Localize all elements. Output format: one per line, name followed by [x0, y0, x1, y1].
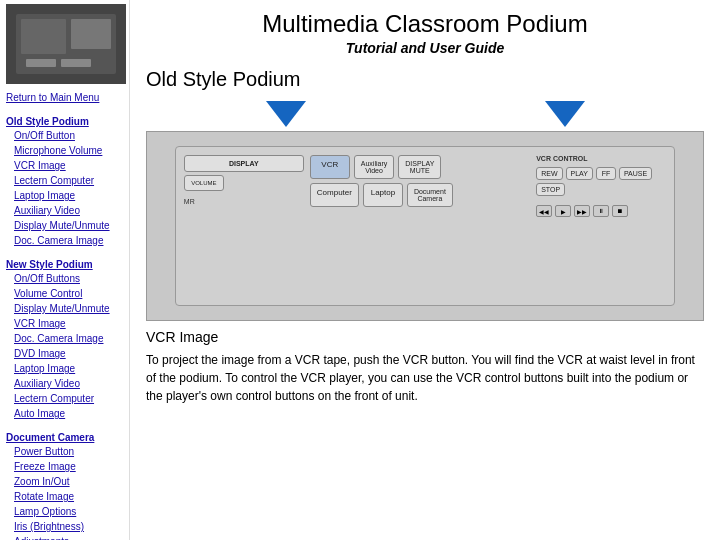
- sidebar-item-auxiliary-video[interactable]: Auxiliary Video: [14, 203, 125, 218]
- sidebar-item-doc-camera[interactable]: Doc. Camera Image: [14, 233, 125, 248]
- sidebar-doc-freeze[interactable]: Freeze Image: [14, 459, 125, 474]
- volume-label: MR: [184, 198, 304, 205]
- sidebar-new-dvd[interactable]: DVD Image: [14, 346, 125, 361]
- panel-center: VCR AuxiliaryVideo DISPLAYMUTE Computer …: [310, 155, 530, 297]
- volume-btn[interactable]: VOLUME: [184, 175, 224, 191]
- display-mute-button[interactable]: DISPLAYMUTE: [398, 155, 441, 179]
- vcr-stop-ctrl[interactable]: ⏹: [612, 205, 628, 217]
- sidebar-item-display-mute[interactable]: Display Mute/Unmute: [14, 218, 125, 233]
- sidebar-top-image: [6, 4, 126, 84]
- computer-button[interactable]: Computer: [310, 183, 359, 207]
- ff-btn[interactable]: FF: [596, 167, 616, 180]
- sidebar-doc-lamp[interactable]: Lamp Options: [14, 504, 125, 519]
- sidebar-doc-iris[interactable]: Iris (Brightness): [14, 519, 125, 534]
- pause-btn[interactable]: PAUSE: [619, 167, 652, 180]
- auxiliary-video-button[interactable]: AuxiliaryVideo: [354, 155, 394, 179]
- sidebar-new-style-items: On/Off Buttons Volume Control Display Mu…: [6, 271, 125, 421]
- panel-right: VCR CONTROL REW PLAY FF PAUSE STOP ◀◀ ▶ …: [536, 155, 666, 297]
- sidebar-section-old-style[interactable]: Old Style Podium: [6, 116, 125, 127]
- display-label-btn: DISPLAY: [184, 155, 304, 172]
- body-text: To project the image from a VCR tape, pu…: [146, 351, 704, 405]
- vcr-play-ctrl[interactable]: ▶: [555, 205, 571, 217]
- arrow-indicators: [146, 101, 704, 127]
- sidebar-image-placeholder: [6, 4, 126, 84]
- sidebar-doc-rotate[interactable]: Rotate Image: [14, 489, 125, 504]
- sidebar-item-laptop-image[interactable]: Laptop Image: [14, 188, 125, 203]
- sidebar-doc-camera-items: Power Button Freeze Image Zoom In/Out Ro…: [6, 444, 125, 540]
- sidebar-new-lectern[interactable]: Lectern Computer: [14, 391, 125, 406]
- podium-image: DISPLAY VOLUME MR VCR AuxiliaryVideo DIS…: [146, 131, 704, 321]
- content-page-title: Old Style Podium: [146, 68, 704, 91]
- sidebar-section-doc-camera[interactable]: Document Camera: [6, 432, 125, 443]
- vcr-control-label: VCR CONTROL: [536, 155, 666, 162]
- arrow-down-right: [545, 101, 585, 127]
- sidebar-new-display-mute[interactable]: Display Mute/Unmute: [14, 301, 125, 316]
- svg-rect-4: [26, 59, 56, 67]
- svg-rect-3: [71, 19, 111, 49]
- stop-btn[interactable]: STOP: [536, 183, 565, 196]
- sidebar: Return to Main Menu Old Style Podium On/…: [0, 0, 130, 540]
- vcr-button[interactable]: VCR: [310, 155, 350, 179]
- panel-left: DISPLAY VOLUME MR: [184, 155, 304, 297]
- svg-rect-2: [21, 19, 66, 54]
- sidebar-new-aux-video[interactable]: Auxiliary Video: [14, 376, 125, 391]
- sidebar-item-mic-volume[interactable]: Microphone Volume: [14, 143, 125, 158]
- sidebar-new-auto[interactable]: Auto Image: [14, 406, 125, 421]
- sidebar-doc-adjustments[interactable]: Adjustments: [14, 534, 125, 540]
- sidebar-doc-power[interactable]: Power Button: [14, 444, 125, 459]
- sidebar-section-new-style[interactable]: New Style Podium: [6, 259, 125, 270]
- laptop-button[interactable]: Laptop: [363, 183, 403, 207]
- arrow-down-left: [266, 101, 306, 127]
- vcr-ff-ctrl[interactable]: ▶▶: [574, 205, 590, 217]
- sidebar-new-vcr[interactable]: VCR Image: [14, 316, 125, 331]
- vcr-rew-ctrl[interactable]: ◀◀: [536, 205, 552, 217]
- sidebar-item-on-off[interactable]: On/Off Button: [14, 128, 125, 143]
- vcr-pause-ctrl[interactable]: ⏸: [593, 205, 609, 217]
- section-title: VCR Image: [146, 329, 704, 345]
- sidebar-new-laptop[interactable]: Laptop Image: [14, 361, 125, 376]
- sidebar-new-doc-camera[interactable]: Doc. Camera Image: [14, 331, 125, 346]
- sidebar-item-vcr-image[interactable]: VCR Image: [14, 158, 125, 173]
- sidebar-item-lectern-computer[interactable]: Lectern Computer: [14, 173, 125, 188]
- podium-panel: DISPLAY VOLUME MR VCR AuxiliaryVideo DIS…: [175, 146, 675, 306]
- play-btn[interactable]: PLAY: [566, 167, 593, 180]
- page-subtitle: Tutorial and User Guide: [146, 40, 704, 56]
- return-to-main-menu-link[interactable]: Return to Main Menu: [6, 90, 125, 105]
- page-title: Multimedia Classroom Podium: [146, 10, 704, 38]
- rew-btn[interactable]: REW: [536, 167, 562, 180]
- sidebar-doc-zoom[interactable]: Zoom In/Out: [14, 474, 125, 489]
- sidebar-old-style-items: On/Off Button Microphone Volume VCR Imag…: [6, 128, 125, 248]
- sidebar-new-on-off[interactable]: On/Off Buttons: [14, 271, 125, 286]
- svg-rect-5: [61, 59, 91, 67]
- main-content: Multimedia Classroom Podium Tutorial and…: [130, 0, 720, 540]
- sidebar-new-volume[interactable]: Volume Control: [14, 286, 125, 301]
- document-camera-button[interactable]: DocumentCamera: [407, 183, 453, 207]
